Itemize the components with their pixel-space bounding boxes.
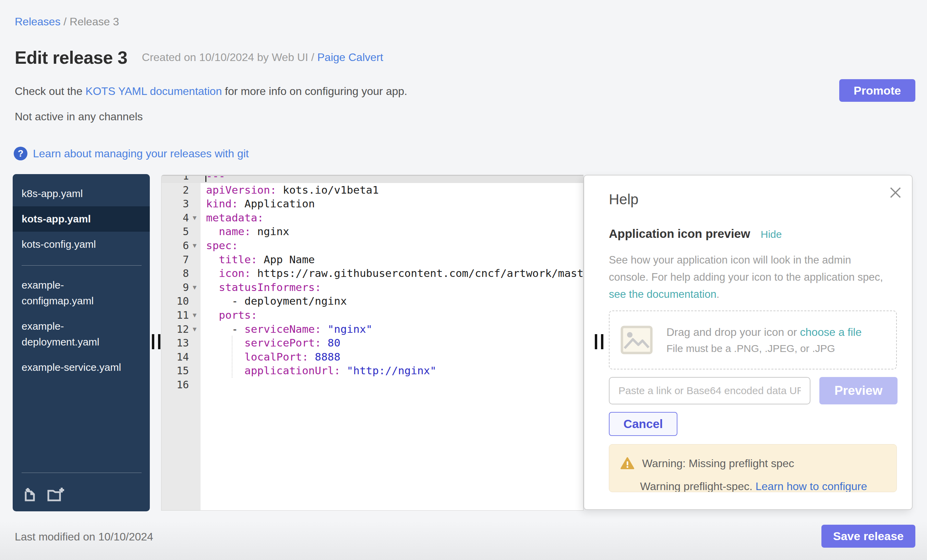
code-text: kind: Application (206, 197, 315, 211)
line-number: 8 (161, 266, 201, 280)
chevron-down-icon[interactable]: ▼ (191, 211, 198, 225)
sidebar-actions (13, 480, 150, 511)
file-item-k8s-app-yaml[interactable]: k8s-app.yaml (13, 181, 150, 206)
code-line-15[interactable]: 15 applicationUrl: "http://nginx" (161, 364, 583, 378)
icon-drop-zone[interactable]: Drag and drop your icon or choose a file… (609, 311, 897, 369)
breadcrumb-separator: / (60, 15, 70, 28)
warning-title: Warning: Missing preflight spec (642, 457, 794, 470)
file-item-example-deployment-yaml[interactable]: example-deployment.yaml (13, 314, 150, 355)
code-text: name: nginx (206, 225, 289, 238)
code-line-6[interactable]: 6▼spec: (161, 238, 583, 253)
author-link[interactable]: Paige Calvert (318, 51, 383, 64)
chevron-down-icon[interactable]: ▼ (191, 280, 198, 294)
created-text: Created on 10/10/2024 by Web UI / (142, 51, 318, 64)
yaml-code-editor[interactable]: 1---2apiVersion: kots.io/v1beta13kind: A… (161, 175, 584, 511)
line-number: 16 (161, 378, 201, 392)
preview-button[interactable]: Preview (819, 377, 898, 404)
line-number: 1 (161, 175, 201, 183)
code-line-8[interactable]: 8 icon: https://raw.githubusercontent.co… (161, 266, 583, 280)
breadcrumb: Releases / Release 3 (15, 15, 119, 28)
file-item-kots-app-yaml[interactable]: kots-app.yaml (13, 206, 150, 232)
code-line-9[interactable]: 9▼ statusInformers: (161, 280, 583, 294)
doc-prefix: Check out the (15, 85, 85, 97)
code-text: metadata: (206, 211, 264, 225)
drop-file-hint: File must be a .PNG, .JPEG, or .JPG (666, 343, 862, 354)
line-number: 9▼ (161, 280, 201, 294)
code-line-14[interactable]: 14 localPort: 8888 (161, 350, 583, 364)
desc-suffix: . (716, 288, 720, 300)
page-title: Edit release 3 (15, 47, 127, 68)
code-text: title: App Name (206, 253, 315, 267)
line-number: 13 (161, 336, 201, 350)
drop-zone-text: Drag and drop your icon or choose a file… (666, 326, 862, 354)
footer-bar: Last modified on 10/10/2024 Save release (0, 521, 927, 560)
close-icon[interactable] (888, 185, 903, 200)
file-item-example-service-yaml[interactable]: example-service.yaml (13, 355, 150, 380)
git-help-row: ? Learn about managing your releases wit… (14, 146, 249, 161)
question-icon: ? (14, 147, 27, 160)
code-line-1[interactable]: 1--- (161, 175, 583, 183)
sidebar-resize-handle[interactable] (152, 334, 160, 349)
icon-preview-section-header: Application icon preview Hide (609, 227, 782, 241)
code-line-5[interactable]: 5 name: nginx (161, 225, 583, 238)
code-line-3[interactable]: 3kind: Application (161, 197, 583, 211)
file-list: k8s-app.yamlkots-app.yamlkots-config.yam… (13, 181, 150, 380)
channel-status: Not active in any channels (15, 110, 143, 123)
doc-info-line: Check out the KOTS YAML documentation fo… (15, 85, 407, 98)
code-text: --- (206, 175, 225, 183)
preflight-warning-box: Warning: Missing preflight spec Warning … (609, 444, 897, 492)
learn-configure-link[interactable]: Learn how to configure (755, 480, 867, 492)
line-number: 14 (161, 350, 201, 364)
line-number: 2 (161, 183, 201, 197)
indent-guide (232, 336, 233, 378)
code-line-4[interactable]: 4▼metadata: (161, 211, 583, 225)
new-file-icon[interactable] (21, 487, 37, 502)
section-title: Application icon preview (609, 227, 750, 240)
warning-icon (620, 457, 635, 470)
hide-link[interactable]: Hide (761, 229, 782, 240)
created-info: Created on 10/10/2024 by Web UI / Paige … (142, 51, 383, 64)
title-row: Edit release 3 Created on 10/10/2024 by … (15, 47, 383, 68)
icon-url-input[interactable] (609, 377, 810, 404)
line-number: 12▼ (161, 322, 201, 336)
save-release-button[interactable]: Save release (821, 525, 915, 548)
file-item-example-configmap-yaml[interactable]: example-configmap.yaml (13, 272, 150, 314)
new-folder-icon[interactable] (46, 487, 65, 502)
line-number: 6▼ (161, 238, 201, 253)
file-item-kots-config-yaml[interactable]: kots-config.yaml (13, 232, 150, 257)
code-line-10[interactable]: 10 - deployment/nginx (161, 294, 583, 308)
code-line-7[interactable]: 7 title: App Name (161, 253, 583, 267)
kots-yaml-doc-link[interactable]: KOTS YAML documentation (85, 85, 222, 97)
chevron-down-icon[interactable]: ▼ (191, 322, 198, 336)
code-text: apiVersion: kots.io/v1beta1 (206, 183, 379, 197)
code-line-2[interactable]: 2apiVersion: kots.io/v1beta1 (161, 183, 583, 197)
git-releases-link[interactable]: Learn about managing your releases with … (33, 147, 249, 160)
promote-button[interactable]: Promote (839, 79, 915, 102)
section-description: See how your application icon will look … (609, 252, 883, 303)
code-text: servicePort: 80 (206, 336, 340, 350)
help-panel: Help Application icon preview Hide See h… (584, 175, 913, 510)
last-modified-text: Last modified on 10/10/2024 (15, 531, 153, 543)
breadcrumb-releases-link[interactable]: Releases (15, 15, 60, 28)
text-cursor (205, 175, 207, 182)
code-text: - deployment/nginx (206, 294, 347, 308)
code-line-13[interactable]: 13 servicePort: 80 (161, 336, 583, 350)
line-number: 5 (161, 225, 201, 238)
choose-file-link[interactable]: choose a file (800, 326, 862, 338)
chevron-down-icon[interactable]: ▼ (191, 308, 198, 322)
code-line-12[interactable]: 12▼ - serviceName: "nginx" (161, 322, 583, 336)
desc-line1: See how your application icon will look … (609, 254, 851, 266)
line-number: 7 (161, 253, 201, 267)
code-text: localPort: 8888 (206, 350, 340, 364)
code-line-11[interactable]: 11▼ ports: (161, 308, 583, 322)
chevron-down-icon[interactable]: ▼ (191, 238, 198, 253)
doc-suffix: for more info on configuring your app. (222, 85, 407, 97)
help-panel-title: Help (609, 191, 638, 208)
edit-release-page: Releases / Release 3 Edit release 3 Crea… (0, 0, 927, 560)
cancel-button[interactable]: Cancel (609, 412, 678, 436)
help-panel-resize-handle[interactable] (595, 334, 603, 349)
line-number: 15 (161, 364, 201, 378)
code-line-16[interactable]: 16 (161, 378, 583, 392)
see-documentation-link[interactable]: see the documentation (609, 288, 716, 300)
drop-instruction: Drag and drop your icon or (666, 326, 800, 338)
